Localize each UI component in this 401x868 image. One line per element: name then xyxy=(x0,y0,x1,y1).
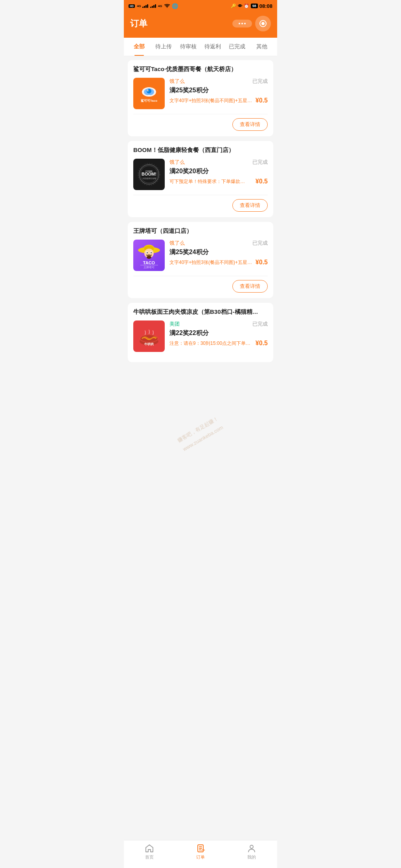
divider-2 xyxy=(133,195,268,195)
tab-pending-upload[interactable]: 待上传 xyxy=(151,38,176,56)
order-details-2: 饿了么 已完成 满20奖20积分 可下预定单！特殊要求：下单爆款… ¥0.5 xyxy=(169,159,268,185)
task-desc-1: 文字40字+拍照3张(餐品不同图)+五星… xyxy=(169,97,256,104)
order-logo-3: TACO 王牌塔可 xyxy=(133,240,165,271)
task-name-3: 满25奖24积分 xyxy=(169,248,268,256)
store-name-1: 鲨可可Taco·优质墨西哥餐（航天桥店） xyxy=(133,66,268,73)
boom-logo-svg: COME BOOM! 乐脂健康轻食餐 xyxy=(137,163,161,186)
store-name-4: 牛哄哄板面王肉夹馍凉皮（第B30档口-橘猫精… xyxy=(133,308,268,316)
status-right: 🔑 👁 ⏰ 98 08:08 xyxy=(231,3,272,9)
shark-logo-text: 鲨可可Taco xyxy=(141,99,157,103)
tab-pending-rebate[interactable]: 待返利 xyxy=(200,38,225,56)
divider-3 xyxy=(133,276,268,276)
order-info-row-3: TACO 王牌塔可 饿了么 已完成 满25奖24积分 文字40字+拍照3张(餐品… xyxy=(133,240,268,271)
order-info-row-1: 鲨可可Taco 饿了么 已完成 满25奖25积分 文字40字+拍照3张(餐品不同… xyxy=(133,78,268,109)
svg-point-18 xyxy=(147,252,148,253)
order-status-3: 已完成 xyxy=(252,240,268,247)
task-desc-row-1: 文字40字+拍照3张(餐品不同图)+五星… ¥0.5 xyxy=(169,97,268,104)
task-name-2: 满20奖20积分 xyxy=(169,167,268,176)
svg-point-5 xyxy=(148,90,149,91)
header: 订单 xyxy=(124,11,277,38)
platform-row-4: 美团 已完成 xyxy=(169,320,268,328)
order-price-2: ¥0.5 xyxy=(256,178,268,185)
task-desc-row-4: 注意：请在9：30到15:00点之间下单… ¥0.5 xyxy=(169,340,268,347)
order-info-row-4: 牛哄哄 美团 已完成 满22奖22积分 注意：请在9：30到15:00点之间下单… xyxy=(133,320,268,352)
eye-icon: 👁 xyxy=(238,4,242,8)
record-button[interactable] xyxy=(255,16,271,31)
status-left: HD 4G 4G 🌐 xyxy=(129,3,178,9)
tab-all[interactable]: 全部 xyxy=(127,38,151,56)
order-details-4: 美团 已完成 满22奖22积分 注意：请在9：30到15:00点之间下单… ¥0… xyxy=(169,320,268,347)
alarm-icon: ⏰ xyxy=(244,4,249,9)
detail-button-1[interactable]: 查看详情 xyxy=(232,118,268,131)
signal-bars-2 xyxy=(150,4,156,8)
tab-other[interactable]: 其他 xyxy=(250,38,274,56)
order-details-1: 饿了么 已完成 满25奖25积分 文字40字+拍照3张(餐品不同图)+五星… ¥… xyxy=(169,78,268,104)
svg-text:牛哄哄: 牛哄哄 xyxy=(144,342,154,346)
order-card-3: 王牌塔可（四道口店） xyxy=(128,222,273,298)
header-actions xyxy=(232,16,271,31)
svg-point-20 xyxy=(147,256,151,259)
tab-pending-review[interactable]: 待审核 xyxy=(176,38,200,56)
page-title: 订单 xyxy=(130,18,147,29)
detail-button-2[interactable]: 查看详情 xyxy=(232,199,268,212)
tab-completed[interactable]: 已完成 xyxy=(225,38,249,56)
platform-row-2: 饿了么 已完成 xyxy=(169,159,268,166)
signal-bars xyxy=(142,4,148,8)
shark-logo-svg xyxy=(139,84,159,98)
order-status-1: 已完成 xyxy=(252,78,268,85)
order-price-1: ¥0.5 xyxy=(256,97,268,104)
platform-name-2: 饿了么 xyxy=(169,159,185,166)
tab-bar: 全部 待上传 待审核 待返利 已完成 其他 xyxy=(124,38,277,56)
svg-text:王牌塔可: 王牌塔可 xyxy=(143,266,155,269)
status-bar: HD 4G 4G 🌐 🔑 👁 ⏰ 98 08:08 xyxy=(124,0,277,11)
order-price-4: ¥0.5 xyxy=(256,340,268,347)
task-desc-3: 文字40字+拍照3张(餐品不同图)+五星… xyxy=(169,259,256,266)
order-info-row-2: COME BOOM! 乐脂健康轻食餐 饿了么 已完成 满20奖20积分 可下预定… xyxy=(133,159,268,190)
order-logo-4: 牛哄哄 xyxy=(133,320,165,352)
store-name-3: 王牌塔可（四道口店） xyxy=(133,227,268,235)
task-desc-row-2: 可下预定单！特殊要求：下单爆款… ¥0.5 xyxy=(169,178,268,185)
store-name-2: BOOM！低脂健康轻食餐（西直门店） xyxy=(133,146,268,154)
svg-point-0 xyxy=(167,7,167,8)
key-icon: 🔑 xyxy=(231,4,236,9)
platform-name-4: 美团 xyxy=(169,320,180,328)
time: 08:08 xyxy=(259,3,272,9)
platform-name-3: 饿了么 xyxy=(169,240,185,247)
order-list: 鲨可可Taco·优质墨西哥餐（航天桥店） 鲨可可Taco 饿了么 xyxy=(124,56,277,402)
network-type-2: 4G xyxy=(158,4,162,8)
network-type: 4G xyxy=(137,4,141,8)
order-status-2: 已完成 xyxy=(252,159,268,166)
svg-point-19 xyxy=(151,252,152,253)
task-desc-2: 可下预定单！特殊要求：下单爆款… xyxy=(169,178,256,185)
order-status-4: 已完成 xyxy=(252,320,268,328)
svg-text:TACO: TACO xyxy=(143,260,155,265)
platform-row-1: 饿了么 已完成 xyxy=(169,78,268,85)
card-footer-3: 查看详情 xyxy=(133,280,268,293)
task-name-4: 满22奖22积分 xyxy=(169,329,268,337)
hd-badge: HD xyxy=(129,4,135,8)
task-desc-row-3: 文字40字+拍照3张(餐品不同图)+五星… ¥0.5 xyxy=(169,259,268,266)
task-name-1: 满25奖25积分 xyxy=(169,86,268,95)
svg-text:BOOM!: BOOM! xyxy=(142,172,156,176)
platform-row-3: 饿了么 已完成 xyxy=(169,240,268,247)
taco-logo-svg: TACO 王牌塔可 xyxy=(136,242,162,269)
task-desc-4: 注意：请在9：30到15:00点之间下单… xyxy=(169,340,256,347)
card-footer-2: 查看详情 xyxy=(133,199,268,212)
detail-button-3[interactable]: 查看详情 xyxy=(232,280,268,293)
platform-name-1: 饿了么 xyxy=(169,78,185,85)
order-price-3: ¥0.5 xyxy=(256,259,268,266)
boom-logo-inner: COME BOOM! 乐脂健康轻食餐 xyxy=(137,163,161,186)
more-button[interactable] xyxy=(232,20,252,27)
order-logo-1: 鲨可可Taco xyxy=(133,78,165,109)
globe-icon: 🌐 xyxy=(172,3,178,9)
order-card-2: BOOM！低脂健康轻食餐（西直门店） COME BOOM! 乐脂健康轻食餐 饿了 xyxy=(128,141,273,217)
order-card-1: 鲨可可Taco·优质墨西哥餐（航天桥店） 鲨可可Taco 饿了么 xyxy=(128,60,273,136)
order-details-3: 饿了么 已完成 满25奖24积分 文字40字+拍照3张(餐品不同图)+五星… ¥… xyxy=(169,240,268,266)
wifi-icon xyxy=(164,4,170,8)
svg-text:乐脂健康轻食餐: 乐脂健康轻食餐 xyxy=(142,177,156,179)
divider-1 xyxy=(133,114,268,114)
order-logo-2: COME BOOM! 乐脂健康轻食餐 xyxy=(133,159,165,190)
order-card-4: 牛哄哄板面王肉夹馍凉皮（第B30档口-橘猫精… 牛哄哄 xyxy=(128,303,273,362)
svg-point-3 xyxy=(147,89,151,93)
niuniu-logo-svg: 牛哄哄 xyxy=(136,324,162,349)
